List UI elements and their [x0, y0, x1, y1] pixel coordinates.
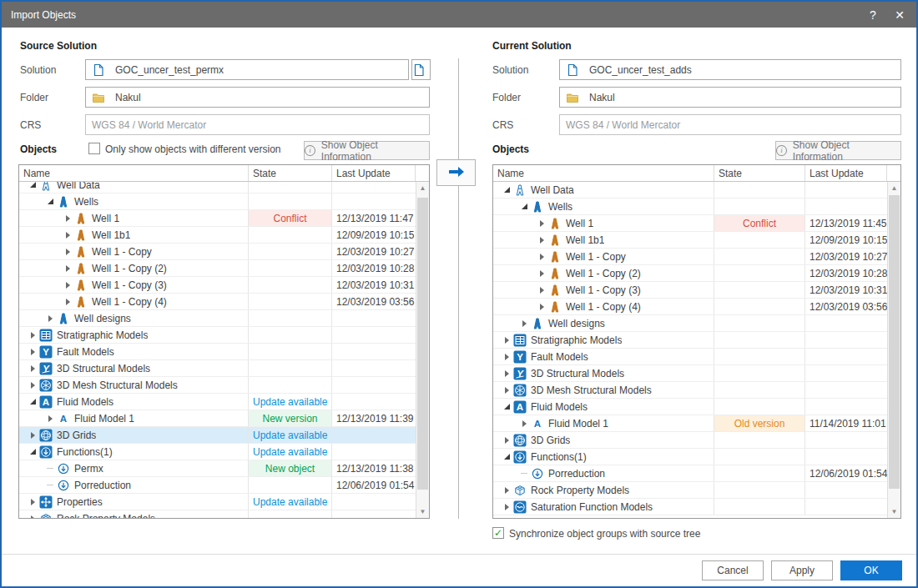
tree-row[interactable]: Stratigraphic Models: [19, 327, 416, 344]
tree-row[interactable]: Well 1 - Copy (2)12/03/2019 10:28: [19, 260, 416, 277]
scroll-down-icon[interactable]: ▼: [888, 505, 900, 518]
expand-icon[interactable]: [26, 515, 39, 519]
expand-icon[interactable]: [26, 432, 39, 439]
expand-icon[interactable]: [26, 499, 39, 505]
column-header-state[interactable]: State: [714, 165, 805, 181]
tree-row[interactable]: Y3D Structural Models: [19, 360, 416, 377]
tree-row[interactable]: Y3D Structural Models: [493, 365, 887, 382]
tree-row[interactable]: Well Data: [19, 182, 416, 193]
tree-row[interactable]: 3D Grids: [493, 432, 887, 449]
expand-icon[interactable]: [500, 337, 513, 344]
expand-icon[interactable]: [26, 332, 39, 339]
expand-icon[interactable]: [500, 354, 513, 360]
scroll-up-icon[interactable]: ▲: [888, 182, 900, 194]
tree-row[interactable]: 3D Mesh Structural Models: [19, 377, 416, 394]
expand-icon[interactable]: [61, 265, 74, 272]
synchronize-checkbox[interactable]: ✓: [492, 527, 504, 539]
column-header-state[interactable]: State: [249, 165, 332, 181]
expand-icon[interactable]: [61, 299, 74, 305]
filter-different-version-checkbox[interactable]: [88, 143, 100, 154]
collapse-icon[interactable]: [26, 182, 39, 188]
collapse-icon[interactable]: [26, 399, 39, 405]
column-header-last-update[interactable]: Last Update: [332, 165, 416, 181]
tree-row[interactable]: Well 1 - Copy (4)12/03/2019 03:56: [493, 299, 887, 315]
expand-icon[interactable]: [500, 387, 513, 394]
expand-icon[interactable]: [535, 237, 548, 244]
column-header-name[interactable]: Name: [493, 165, 714, 181]
expand-icon[interactable]: [535, 287, 548, 294]
expand-icon[interactable]: [517, 420, 531, 427]
tree-row[interactable]: AFluid Model 1New version12/13/2019 11:3…: [19, 410, 416, 427]
expand-icon[interactable]: [43, 415, 57, 422]
expand-icon[interactable]: [500, 370, 513, 377]
collapse-icon[interactable]: [26, 449, 39, 455]
expand-icon[interactable]: [535, 270, 548, 277]
scrollbar-thumb[interactable]: [889, 195, 900, 489]
tree-row[interactable]: Well 1b112/09/2019 10:15: [19, 227, 416, 244]
source-scrollbar[interactable]: ▲ ▼: [416, 182, 429, 518]
tree-row[interactable]: Stratigraphic Models: [493, 332, 887, 349]
scroll-down-icon[interactable]: ▼: [416, 505, 429, 518]
expand-icon[interactable]: [26, 382, 39, 389]
source-solution-field[interactable]: GOC_uncer_test_permx: [85, 59, 409, 80]
expand-icon[interactable]: [535, 220, 548, 227]
tree-row[interactable]: Well 1 - Copy12/03/2019 10:27: [493, 249, 887, 265]
collapse-icon[interactable]: [500, 404, 513, 410]
tree-row[interactable]: Well designs: [493, 315, 887, 332]
expand-icon[interactable]: [61, 249, 74, 255]
tree-row[interactable]: Saturation Function Models: [493, 499, 887, 515]
expand-icon[interactable]: [61, 232, 74, 239]
tree-row[interactable]: Functions(1)Update available: [19, 444, 416, 460]
tree-row[interactable]: AFluid Models: [493, 399, 887, 415]
collapse-icon[interactable]: [43, 199, 57, 204]
collapse-icon[interactable]: [500, 187, 513, 193]
tree-row[interactable]: Well 1b112/09/2019 10:15: [493, 232, 887, 249]
tree-row[interactable]: Porreduction12/06/2019 01:54: [493, 465, 887, 482]
apply-button[interactable]: Apply: [771, 560, 833, 580]
tree-row[interactable]: Well Data: [493, 182, 887, 199]
select-solution-button[interactable]: [411, 59, 431, 80]
expand-icon[interactable]: [61, 282, 74, 289]
title-bar[interactable]: Import Objects ? ✕: [2, 2, 916, 28]
tree-row[interactable]: AFluid ModelsUpdate available: [19, 394, 416, 410]
tree-row[interactable]: AFluid Model 1Old version11/14/2019 11:0…: [493, 415, 887, 432]
expand-icon[interactable]: [500, 437, 513, 444]
source-show-object-information-button[interactable]: i Show Object Information: [304, 141, 430, 160]
tree-row[interactable]: Porreduction12/06/2019 01:54: [19, 477, 416, 494]
tree-row[interactable]: Wells: [493, 199, 887, 215]
column-header-last-update[interactable]: Last Update: [805, 165, 887, 181]
current-show-object-information-button[interactable]: i Show Object Information: [775, 141, 901, 160]
expand-icon[interactable]: [500, 487, 513, 494]
column-header-name[interactable]: Name: [19, 165, 249, 181]
tree-row[interactable]: YFault Models: [493, 349, 887, 365]
expand-icon[interactable]: [500, 504, 513, 510]
close-icon[interactable]: ✕: [886, 2, 913, 28]
tree-row[interactable]: Well 1 - Copy (2)12/03/2019 10:28: [493, 265, 887, 282]
expand-icon[interactable]: [535, 304, 548, 310]
tree-row[interactable]: PermxNew object12/13/2019 11:38: [19, 460, 416, 477]
expand-icon[interactable]: [61, 215, 74, 222]
cancel-button[interactable]: Cancel: [702, 560, 764, 580]
tree-row[interactable]: Functions(1): [493, 449, 887, 465]
tree-row[interactable]: PropertiesUpdate available: [19, 494, 416, 510]
current-crs-field[interactable]: WGS 84 / World Mercator: [559, 114, 901, 135]
tree-row[interactable]: 3D Mesh Structural Models: [493, 382, 887, 399]
help-icon[interactable]: ?: [860, 2, 886, 28]
ok-button[interactable]: OK: [840, 560, 902, 580]
current-scrollbar[interactable]: ▲ ▼: [887, 182, 900, 518]
tree-row[interactable]: Well 1 - Copy (3)12/03/2019 10:31: [19, 277, 416, 294]
tree-row[interactable]: Well 1 - Copy (3)12/03/2019 10:31: [493, 282, 887, 299]
scroll-up-icon[interactable]: ▲: [416, 182, 429, 194]
tree-row[interactable]: Well 1 - Copy (4)12/03/2019 03:56: [19, 294, 416, 310]
expand-icon[interactable]: [43, 315, 57, 322]
tree-row[interactable]: YFault Models: [19, 344, 416, 360]
expand-icon[interactable]: [26, 365, 39, 372]
scrollbar-thumb[interactable]: [417, 198, 428, 490]
collapse-icon[interactable]: [517, 204, 531, 209]
tree-row[interactable]: Well designs: [19, 310, 416, 327]
expand-icon[interactable]: [517, 320, 531, 327]
tree-row[interactable]: Rock Property Models: [19, 510, 416, 518]
expand-icon[interactable]: [535, 254, 548, 260]
tree-row[interactable]: Well 1 - Copy12/03/2019 10:27: [19, 244, 416, 260]
expand-icon[interactable]: [26, 349, 39, 355]
